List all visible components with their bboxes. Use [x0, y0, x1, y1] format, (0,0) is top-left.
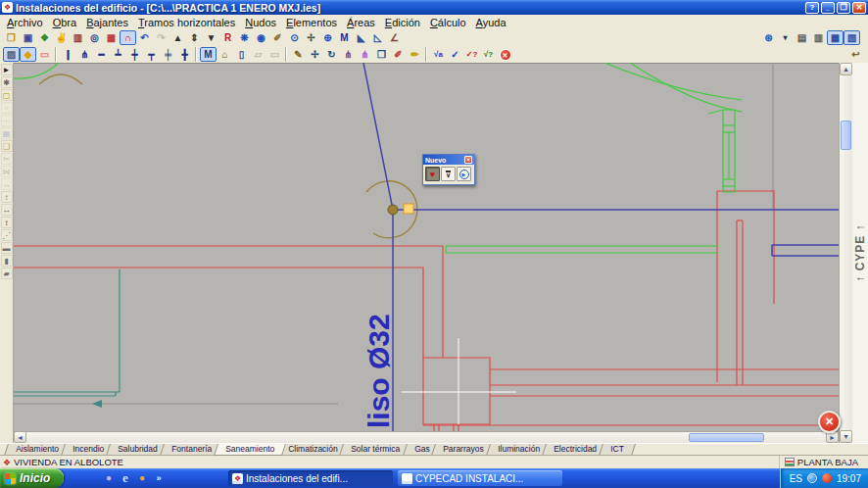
slope-icon[interactable]: ⋰ [1, 229, 13, 241]
copy-icon[interactable]: ❐ [373, 47, 390, 62]
tab-saneamiento[interactable]: Saneamiento [214, 444, 286, 456]
bathroom-fixture-icon[interactable]: ▯ [233, 47, 250, 62]
scroll-left-button[interactable]: ◄ [14, 431, 26, 443]
restore-button[interactable]: ❐ [837, 2, 850, 14]
select-arrow-icon[interactable]: ► [1, 64, 13, 75]
floor-down-icon[interactable]: ▼ [203, 30, 219, 45]
save-icon[interactable]: ▣ [20, 30, 36, 45]
zoom-all-icon[interactable]: ❋ [236, 30, 253, 45]
floor-up-icon[interactable]: ▲ [169, 30, 186, 45]
info-node-icon[interactable]: ⋔ [340, 47, 357, 62]
nuevo-palette[interactable]: Nuevo ✕ ♥∨▶ [422, 154, 475, 185]
task-instalaciones[interactable]: ❖ Instalaciones del edifi... [228, 470, 393, 486]
window-panel-icon[interactable]: ▧ [844, 30, 860, 45]
undo-icon[interactable]: ↶ [136, 30, 153, 45]
cut-pipe-icon[interactable]: ✂ [1, 153, 13, 165]
menu-tramos-horizontales[interactable]: Tramos horizontales [133, 16, 240, 29]
menu-archivo[interactable]: Archivo [2, 16, 48, 29]
split-pipe-icon[interactable]: ╪ [160, 47, 176, 62]
quicklaunch-firefox-icon[interactable]: ● [135, 471, 149, 485]
quicklaunch-overflow-chevron[interactable]: » [152, 471, 166, 485]
quicklaunch-browser-icon[interactable]: e [119, 471, 132, 485]
menu-elementos[interactable]: Elementos [281, 16, 342, 29]
floor-select-icon[interactable]: ⇕ [186, 30, 203, 45]
edit-icon[interactable]: ✎ [290, 47, 307, 62]
drain-tool-button[interactable]: ∨ [441, 167, 456, 181]
node-bottom-icon[interactable]: ┯ [143, 47, 160, 62]
valve-node-icon[interactable]: ⋈ [1, 166, 13, 177]
v-measure-icon[interactable]: ↕ [1, 191, 13, 203]
valve-tool-button[interactable]: ♥ [425, 167, 440, 181]
text-info-icon[interactable]: ⋯ [1, 115, 13, 126]
help-button[interactable]: ? [805, 2, 819, 14]
close-button[interactable]: ✕ [852, 2, 866, 14]
open-file-icon[interactable]: ❒ [3, 30, 20, 45]
find-plan-icon[interactable]: ◎ [86, 30, 103, 45]
capture-icon[interactable]: ✌ [53, 30, 70, 45]
tray-network-icon[interactable] [807, 473, 817, 483]
redraw-icon[interactable]: R [219, 30, 236, 45]
pipe-angle-icon[interactable]: ▰ [1, 268, 13, 279]
angle-ref-icon[interactable]: ∠ [386, 30, 403, 45]
visibility-icon[interactable]: ◆ [20, 47, 36, 62]
scroll-down-button[interactable]: ▼ [840, 430, 852, 443]
snap-grid-icon[interactable]: ▫ [1, 102, 13, 114]
language-indicator[interactable]: ES [790, 473, 802, 484]
pipe-node[interactable] [388, 205, 398, 215]
node-mid-icon[interactable]: ┿ [126, 47, 143, 62]
horizontal-pipe-icon[interactable]: ━ [93, 47, 110, 62]
edit-tools-icon[interactable]: ✱ [1, 76, 13, 88]
window-bars-icon[interactable]: ▦ [827, 30, 844, 45]
erase-icon[interactable]: ✐ [390, 47, 407, 62]
check-icon[interactable]: ✓ [447, 47, 463, 62]
mark-zone-icon[interactable]: ▢ [1, 89, 13, 101]
cancel-icon[interactable]: ✕ [497, 47, 513, 62]
horizontal-scrollbar[interactable]: ◄ ► [14, 431, 839, 443]
map-window-icon[interactable]: M [336, 30, 353, 45]
continue-tool-button[interactable]: ▶ [457, 167, 471, 181]
zoom-window-icon[interactable]: ◉ [253, 30, 269, 45]
menu-obra[interactable]: Obra [48, 16, 81, 29]
edit-scale-icon[interactable]: ✐ [269, 30, 286, 45]
pan-icon[interactable]: ✢ [303, 30, 319, 45]
grid-icon[interactable]: ▦ [103, 30, 120, 45]
node-top-icon[interactable]: ┷ [110, 47, 126, 62]
v-move-icon[interactable]: ↕ [1, 217, 13, 228]
library-icon[interactable]: ❖ [36, 30, 53, 45]
tray-alert-icon[interactable] [822, 473, 832, 483]
v-scroll-thumb[interactable] [841, 121, 851, 150]
print-icon[interactable]: ▤ [794, 30, 810, 45]
rotate-icon[interactable]: ↻ [323, 47, 340, 62]
web-services-icon[interactable]: ⊛ [760, 30, 777, 45]
note-icon[interactable]: ❑ [1, 140, 13, 152]
pipe-riser-icon[interactable]: ▮ [1, 255, 13, 267]
h-scroll-thumb[interactable] [689, 433, 764, 442]
palette-close-button[interactable]: ✕ [464, 156, 472, 164]
join-pipe-icon[interactable]: ╋ [176, 47, 193, 62]
branch-node-icon[interactable]: ⋔ [76, 47, 93, 62]
annotate-icon[interactable]: ✏ [407, 47, 423, 62]
h-move-icon[interactable]: ↔ [1, 204, 13, 216]
menu-ayuda[interactable]: Ayuda [471, 16, 511, 29]
ortho-on-icon[interactable]: ◣ [353, 30, 369, 45]
move-icon[interactable]: ✢ [307, 47, 323, 62]
print-options-icon[interactable]: ▥ [810, 30, 827, 45]
house-icon[interactable]: ⌂ [217, 47, 233, 62]
web-services-dropdown[interactable]: ▾ [777, 30, 794, 45]
snap-magnet-icon[interactable]: ∩ [120, 30, 136, 45]
ortho-off-icon[interactable]: ◺ [369, 30, 386, 45]
pipe-section-icon[interactable]: ▬ [1, 242, 13, 254]
vertical-scrollbar[interactable]: ▲ ▼ [839, 63, 852, 443]
plan-window-icon[interactable]: ▥ [70, 30, 86, 45]
menu-edicion[interactable]: Edición [380, 16, 425, 29]
zoom-prev-icon[interactable]: ⊙ [286, 30, 303, 45]
screen-capture-icon[interactable]: ▦ [1, 127, 13, 139]
fixture-group-icon[interactable]: ▱ [250, 47, 266, 62]
cancel-operation-button[interactable]: ✕ [818, 411, 841, 433]
menu-areas[interactable]: Áreas [342, 16, 380, 29]
menu-bajantes[interactable]: Bajantes [81, 16, 133, 29]
task-cypecad[interactable]: CYPECAD INSTALACI... [398, 470, 562, 486]
full-window-icon[interactable]: ⊕ [319, 30, 336, 45]
node-handle[interactable] [404, 204, 413, 214]
query-icon[interactable]: ✓? [463, 47, 480, 62]
